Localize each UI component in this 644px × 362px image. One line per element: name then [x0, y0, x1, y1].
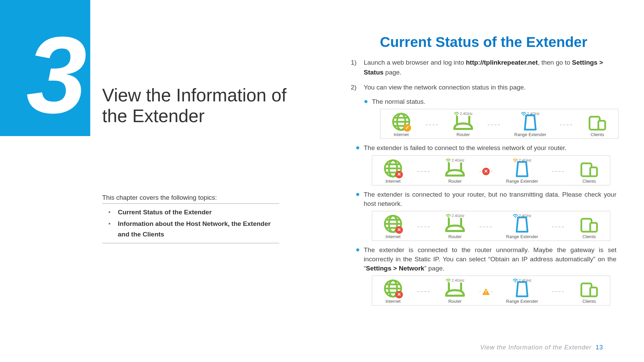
svg-rect-9: [598, 121, 605, 130]
label-extender: Range Extender: [514, 132, 546, 138]
extender-icon: [523, 114, 537, 131]
extender-icon: [515, 161, 529, 178]
wifi-band-tag: 2.4GHz: [445, 213, 464, 218]
clients-icon: [580, 162, 598, 178]
case-normal: The normal status. ✓ Internet: [364, 97, 616, 139]
case-d-suffix: ” page.: [424, 265, 444, 272]
manual-page: 3 View the Information of the Extender T…: [0, 0, 644, 362]
svg-point-5: [456, 115, 457, 116]
svg-point-26: [515, 217, 516, 218]
node-clients: Clients: [574, 279, 604, 305]
step2-text: You can view the network connection stat…: [364, 84, 526, 91]
label-internet: Internet: [386, 298, 400, 305]
wifi-band-tag: 2.4GHz: [521, 111, 539, 116]
label-router: Router: [448, 298, 461, 305]
case-fail-router: The extender is failed to connect to the…: [356, 144, 616, 185]
wifi-band-tag: 2.4GHz: [454, 111, 472, 116]
section-heading: Current Status of the Extender: [351, 34, 616, 50]
band-text: 2.4GHz: [519, 278, 531, 283]
node-extender: 2.4GHz Range Extender: [502, 159, 543, 184]
topics-intro: This chapter covers the following topics…: [102, 194, 279, 204]
numbered-steps: Launch a web browser and log into http:/…: [351, 58, 616, 306]
case-abnormal-gateway: The extender is connected to the router …: [356, 246, 616, 306]
wifi-band-tag: 2.4GHz: [445, 158, 464, 163]
link-line: [552, 227, 565, 227]
label-extender: Range Extender: [506, 234, 538, 240]
node-router: 2.4GHz Router: [448, 112, 478, 138]
node-router: 2.4GHz Router: [440, 214, 470, 240]
svg-rect-7: [525, 129, 536, 130]
label-clients: Clients: [591, 132, 604, 138]
wifi-band-tag: 2.4GHz: [513, 278, 531, 283]
clients-icon: [580, 217, 598, 233]
step-1: Launch a web browser and log into http:/…: [351, 58, 616, 77]
status-error-icon: ✕: [482, 168, 490, 175]
divider: [102, 243, 279, 243]
band-text: 2.4GHz: [527, 111, 539, 116]
chapter-title: View the Information of the Extender: [102, 85, 293, 127]
page-footer: View the Information of the Extender 13: [480, 344, 603, 351]
node-extender: 2.4GHz Range Extender: [502, 214, 543, 240]
link-line: [488, 125, 501, 125]
link-line-error: ✕: [480, 168, 492, 175]
wifi-icon: [445, 214, 451, 218]
label-router: Router: [448, 178, 461, 184]
svg-rect-17: [517, 176, 528, 177]
link-line: [480, 227, 492, 227]
node-clients: Clients: [574, 214, 604, 240]
label-clients: Clients: [582, 298, 596, 305]
svg-point-6: [523, 115, 524, 116]
svg-rect-37: [486, 293, 486, 294]
svg-point-16: [515, 161, 516, 162]
band-text: 2.4GHz: [452, 158, 464, 163]
label-internet: Internet: [394, 132, 409, 138]
link-line: [552, 171, 565, 172]
svg-rect-41: [590, 287, 597, 296]
page-number: 13: [596, 344, 603, 351]
label-extender: Range Extender: [506, 178, 538, 184]
link-line: [418, 227, 430, 227]
wifi-icon: [445, 159, 451, 163]
status-cases: The normal status. ✓ Internet: [364, 97, 616, 306]
diagram-abnormal: ✕ Internet 2.4GHz Router: [372, 276, 610, 306]
band-text: 2.4GHz: [460, 111, 472, 116]
wifi-band-tag: 2.4GHz: [513, 213, 531, 218]
link-line: [426, 125, 439, 125]
diagram-fail-router: ✕ Internet 2.4GHz Router: [372, 155, 610, 185]
topics-block: This chapter covers the following topics…: [102, 194, 279, 243]
band-text: 2.4GHz: [519, 158, 531, 163]
link-line-warning: [480, 288, 492, 295]
wifi-icon: [513, 279, 518, 283]
case-no-data: The extender is connected to your router…: [356, 190, 616, 241]
footer-text: View the Information of the Extender: [480, 344, 592, 351]
router-icon: [452, 115, 474, 131]
router-icon: [444, 217, 466, 233]
svg-rect-27: [517, 231, 528, 232]
step-2: You can view the network connection stat…: [351, 83, 616, 306]
step1-url[interactable]: http://tplinkrepeater.net: [466, 59, 538, 66]
diagram-normal: ✓ Internet 2.4GHz Router: [380, 109, 618, 139]
chapter-number-badge: 3: [0, 0, 90, 136]
node-internet: ✕ Internet: [378, 214, 408, 240]
status-ok-icon: ✓: [404, 124, 411, 132]
extender-icon: [515, 216, 529, 233]
label-internet: Internet: [386, 234, 400, 240]
link-line: [552, 291, 565, 292]
link-line: [418, 291, 430, 292]
label-router: Router: [448, 234, 461, 240]
topic-item[interactable]: Current Status of the Extender: [112, 207, 279, 217]
clients-icon: [588, 115, 607, 131]
warning-icon: [482, 288, 490, 295]
step1-suffix: page.: [383, 69, 402, 76]
svg-point-38: [515, 281, 516, 282]
band-text: 2.4GHz: [452, 278, 464, 283]
band-text: 2.4GHz: [452, 213, 464, 218]
node-extender: 2.4GHz Range Extender: [510, 112, 551, 138]
label-internet: Internet: [386, 178, 400, 184]
svg-point-25: [448, 217, 449, 218]
node-router: 2.4GHz Router: [440, 159, 470, 184]
wifi-band-tag: 2.4GHz: [513, 158, 531, 163]
svg-rect-29: [590, 223, 597, 232]
node-internet: ✕ Internet: [378, 279, 408, 305]
topic-item[interactable]: Information about the Host Network, the …: [112, 219, 279, 240]
